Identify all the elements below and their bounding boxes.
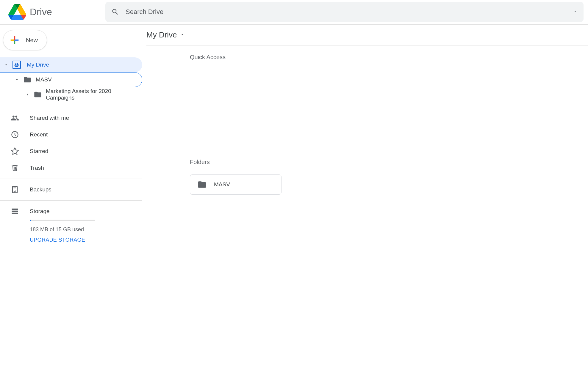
nav-starred[interactable]: Starred — [0, 143, 142, 160]
folder-icon — [21, 75, 33, 84]
tree-item-my-drive[interactable]: My Drive — [0, 57, 142, 72]
nav-label: Recent — [30, 131, 48, 138]
nav-backups[interactable]: Backups — [0, 181, 142, 198]
drive-box-icon — [11, 61, 23, 69]
svg-rect-2 — [12, 209, 18, 210]
caret-down-icon[interactable] — [180, 32, 185, 38]
search-options-icon[interactable] — [573, 9, 578, 15]
folder-tree: My Drive MASV Marketing Assets for 2020 — [0, 57, 142, 102]
tree-label: MASV — [36, 76, 52, 83]
app-name: Drive — [30, 7, 52, 18]
search-bar[interactable] — [105, 2, 584, 22]
storage-bar — [30, 220, 95, 221]
people-icon — [11, 114, 30, 122]
nav-shared-with-me[interactable]: Shared with me — [0, 110, 142, 126]
new-button-label: New — [26, 37, 38, 44]
clock-icon — [11, 130, 30, 139]
plus-icon — [9, 34, 21, 46]
tree-item-marketing-assets[interactable]: Marketing Assets for 2020 Campaigns — [0, 87, 142, 102]
breadcrumb[interactable]: My Drive — [146, 30, 177, 40]
storage-block: Storage 183 MB of 15 GB used UPGRADE STO… — [0, 203, 142, 243]
header: Drive — [0, 0, 588, 25]
quick-access-title: Quick Access — [190, 54, 588, 61]
app-logo[interactable]: Drive — [0, 3, 105, 21]
caret-down-icon[interactable] — [2, 63, 11, 67]
search-wrapper — [105, 2, 588, 22]
svg-rect-4 — [12, 213, 18, 214]
storage-icon — [11, 207, 30, 215]
search-icon — [111, 8, 119, 16]
folder-icon — [197, 180, 207, 189]
folders-title: Folders — [190, 159, 588, 166]
nav-section: Shared with me Recent Starred Trash — [0, 110, 142, 243]
nav-label: Backups — [30, 186, 51, 193]
trash-icon — [11, 164, 30, 172]
new-button[interactable]: New — [3, 30, 47, 50]
drive-logo-icon — [8, 3, 26, 21]
sidebar: New My Drive — [0, 25, 142, 243]
search-input[interactable] — [125, 8, 573, 16]
nav-storage[interactable]: Storage — [11, 203, 142, 220]
folder-name: MASV — [214, 181, 230, 188]
storage-label: Storage — [30, 208, 50, 215]
breadcrumb-row: My Drive — [146, 25, 588, 45]
svg-rect-3 — [12, 211, 18, 212]
nav-label: Starred — [30, 148, 48, 155]
tree-item-masv[interactable]: MASV — [0, 72, 142, 87]
star-icon — [11, 147, 30, 155]
nav-recent[interactable]: Recent — [0, 126, 142, 143]
divider — [0, 179, 142, 179]
backups-icon — [11, 185, 30, 194]
storage-usage-text: 183 MB of 15 GB used — [30, 226, 142, 233]
caret-right-icon[interactable] — [23, 92, 32, 97]
nav-trash[interactable]: Trash — [0, 160, 142, 176]
folder-card[interactable]: MASV — [190, 174, 282, 195]
upgrade-storage-link[interactable]: UPGRADE STORAGE — [30, 237, 142, 243]
nav-label: Shared with me — [30, 115, 69, 121]
tree-label: Marketing Assets for 2020 Campaigns — [46, 88, 139, 101]
nav-label: Trash — [30, 165, 44, 171]
tree-label: My Drive — [27, 62, 49, 68]
caret-down-icon[interactable] — [12, 78, 21, 82]
folder-icon — [32, 90, 43, 99]
divider — [0, 200, 142, 201]
main-content: My Drive Quick Access Folders MASV — [142, 25, 588, 243]
